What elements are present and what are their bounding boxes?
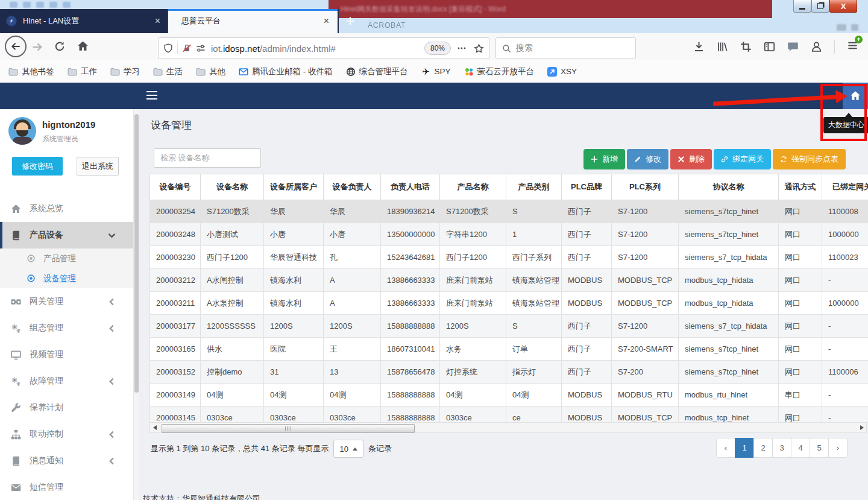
pager-next-button[interactable]: › [828, 438, 848, 458]
horizontal-scrollbar[interactable] [149, 422, 867, 433]
account-icon[interactable] [811, 41, 822, 52]
back-button[interactable] [5, 36, 27, 57]
logout-button[interactable]: 退出系统 [77, 157, 119, 176]
sidebar-subitem-设备管理[interactable]: 设备管理 [0, 268, 134, 288]
sidebar-item-系统总览[interactable]: 系统总览 [0, 195, 134, 222]
bookmark-item[interactable]: 生活 [153, 66, 183, 77]
library-icon[interactable] [717, 41, 728, 52]
tab-sipu-cloud-active[interactable]: 思普云平台 × [168, 9, 338, 33]
tab-hinet-lan[interactable]: Hinet - LAN设置 × [0, 9, 168, 33]
action-button-修改[interactable]: 修改 [627, 149, 668, 169]
column-header[interactable]: 设备编号 [150, 174, 201, 200]
bookmark-item[interactable]: 工作 [68, 66, 97, 77]
pager-page-button[interactable]: 1 [735, 438, 754, 458]
forward-button[interactable] [31, 41, 43, 53]
word-ribbon-tab-acrobat[interactable]: ACROBAT [368, 21, 406, 30]
sidebar-item-组态管理[interactable]: 组态管理 [0, 315, 134, 341]
table-row[interactable]: 200003254S71200数采华辰华辰18390936214S71200数采… [150, 200, 868, 223]
sidebar-collapse-button[interactable] [146, 91, 157, 100]
minimize-button[interactable] [793, 0, 811, 13]
new-tab-button[interactable]: + [341, 12, 359, 30]
chat-icon[interactable] [787, 41, 799, 52]
pager-page-button[interactable]: 5 [810, 438, 829, 458]
url-bar[interactable]: iot.idosp.net/admin/index.html# 80% [158, 37, 489, 59]
change-password-button[interactable]: 修改密码 [12, 157, 63, 176]
sidebar-item-联动控制[interactable]: 联动控制 [0, 421, 134, 448]
table-row[interactable]: 200003248小唐测试小唐小唐13500000000字符串12001西门子S… [150, 223, 868, 246]
device-search-input[interactable]: 检索 设备名称 [154, 148, 261, 168]
scrollbar-thumb[interactable] [134, 114, 139, 393]
pager-page-button[interactable]: 3 [772, 438, 791, 458]
permissions-icon[interactable] [196, 43, 206, 53]
sidebar-item-短信管理[interactable]: 短信管理 [0, 474, 134, 500]
downloads-icon[interactable] [693, 41, 705, 52]
sidebar-item-消息通知[interactable]: 消息通知 [0, 448, 134, 474]
pager-page-button[interactable]: 4 [791, 438, 810, 458]
zoom-level-badge[interactable]: 80% [424, 42, 451, 55]
column-header[interactable]: 通讯方式 [779, 174, 822, 200]
sidebar-scrollbar[interactable] [133, 109, 139, 500]
column-header[interactable]: 产品类别 [506, 174, 562, 200]
table-row[interactable]: 200003230西门子1200华辰智通科技孔15243642681西门子120… [150, 246, 868, 269]
action-button-强制同步点表[interactable]: 强制同步点表 [773, 149, 846, 169]
table-row[interactable]: 20000314904测04测04测1588888888804测04测MODBU… [150, 384, 868, 407]
sidebar-item-保养计划[interactable]: 保养计划 [0, 394, 134, 421]
bookmark-item[interactable]: 其他 [196, 66, 225, 77]
scrollbar-thumb[interactable] [162, 424, 415, 433]
word-window-titlebar[interactable]: Hinet网关数据采集转发说明.docx [兼容模式] - Word [329, 0, 772, 18]
table-row[interactable]: 2000031771200SSSSSS1200S1200S15888888888… [150, 315, 868, 338]
search-bar[interactable]: 搜索 [495, 37, 636, 59]
sidebar-subitem-产品管理[interactable]: 产品管理 [0, 248, 134, 268]
bookmark-star-icon[interactable] [474, 43, 484, 54]
sidebar-toggle-icon[interactable] [764, 41, 775, 52]
bookmark-item[interactable]: 学习 [110, 66, 140, 77]
column-header[interactable]: 设备负责人 [324, 174, 381, 200]
url-text[interactable]: iot.idosp.net/admin/index.html# [211, 43, 424, 54]
table-cell: 西门子 [562, 200, 612, 223]
bookmark-item[interactable]: 萤石云开放平台 [464, 66, 535, 77]
column-header[interactable]: PLC系列 [612, 174, 679, 200]
restore-button[interactable] [811, 0, 829, 13]
button-label: 强制同步点表 [791, 154, 838, 165]
sidebar-item-视频管理[interactable]: 视频管理 [0, 341, 134, 368]
bookmark-item[interactable]: 综合管理平台 [346, 66, 408, 77]
tracking-shield-icon[interactable] [163, 43, 173, 53]
bookmark-item[interactable]: XSY [547, 67, 577, 77]
sidebar-item-故障管理[interactable]: 故障管理 [0, 368, 134, 394]
page-actions-icon[interactable] [457, 43, 467, 53]
close-window-button[interactable]: X [829, 0, 857, 13]
column-header[interactable]: PLC品牌 [562, 174, 612, 200]
sidebar-item-产品设备[interactable]: 产品设备 [0, 222, 134, 248]
table-row[interactable]: 200003211A水泵控制镇海水利A13886663333庶来门前泵站镇海泵站… [150, 292, 868, 315]
column-header[interactable]: 设备名称 [201, 174, 264, 200]
column-header[interactable]: 产品名称 [440, 174, 506, 200]
sidebar-item-网关管理[interactable]: 网关管理 [0, 288, 134, 315]
tab-close-icon[interactable]: × [324, 16, 329, 27]
column-header[interactable]: 已绑定网关 [822, 174, 868, 200]
table-cell: MODBUS_TCP [612, 292, 679, 315]
page-size-dropdown[interactable]: 10 [333, 440, 363, 458]
action-button-新增[interactable]: 新增 [583, 149, 625, 169]
pager-page-button[interactable]: 2 [753, 438, 773, 458]
scroll-right-arrow[interactable] [857, 423, 866, 432]
action-button-绑定网关[interactable]: 绑定网关 [714, 149, 771, 169]
column-header[interactable]: 设备所属客户 [264, 174, 324, 200]
action-button-删除[interactable]: 删除 [670, 149, 712, 169]
table-row[interactable]: 2000031450303ce0303ce0303ce1588888888803… [150, 407, 868, 423]
screenshot-icon[interactable] [740, 41, 752, 52]
table-row[interactable]: 200003165供水医院王18607310041水务订单西门子S7-200-S… [150, 338, 868, 361]
pager-prev-button[interactable]: ‹ [716, 438, 735, 458]
reload-button[interactable] [54, 41, 65, 52]
bookmark-item[interactable]: 腾讯企业邮箱 - 收件箱 [239, 66, 333, 77]
tab-close-icon[interactable]: × [155, 16, 160, 27]
bookmark-item[interactable]: 其他书签 [8, 66, 54, 77]
browser-home-button[interactable] [77, 40, 89, 52]
scroll-left-arrow[interactable] [150, 423, 159, 432]
insecure-lock-icon[interactable] [182, 43, 192, 53]
column-header[interactable]: 负责人电话 [381, 174, 440, 200]
bookmark-item[interactable]: ✈SPY [421, 67, 451, 77]
avatar[interactable] [8, 117, 36, 145]
column-header[interactable]: 协议名称 [679, 174, 779, 200]
table-row[interactable]: 200003212A水闸控制镇海水利A13886663333庶来门前泵站镇海泵站… [150, 269, 868, 292]
table-row[interactable]: 200003152控制demo311315878656478灯控系统指示灯西门子… [150, 361, 868, 384]
